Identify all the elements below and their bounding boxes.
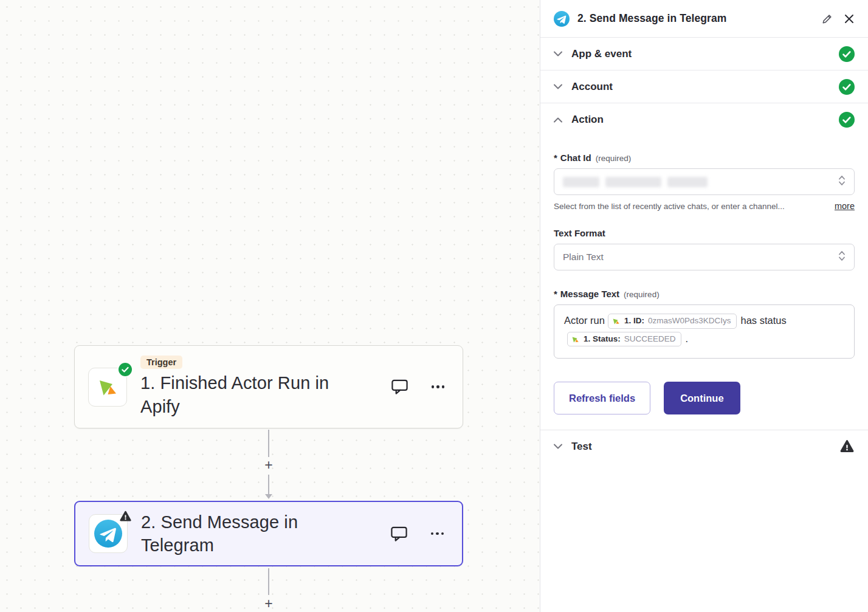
- comment-icon: [391, 379, 408, 395]
- add-step-button[interactable]: +: [260, 595, 277, 612]
- note-button[interactable]: [391, 379, 408, 395]
- trigger-node-apify[interactable]: Trigger 1. Finished Actor Run in Apify: [74, 345, 463, 428]
- message-text-segment: Actor run: [564, 315, 605, 326]
- panel-title: 2. Send Message in Telegram: [577, 12, 727, 25]
- telegram-icon: [94, 520, 122, 548]
- section-test[interactable]: Test: [540, 430, 868, 462]
- zapier-editor: Trigger 1. Finished Actor Run in Apify +: [0, 0, 868, 612]
- apify-icon: [611, 317, 621, 326]
- message-text-segment: .: [686, 333, 689, 344]
- connector-line: [268, 430, 269, 457]
- apify-app-tile: [88, 368, 127, 407]
- ellipsis-icon: [432, 385, 445, 388]
- action-node-telegram[interactable]: 2. Send Message in Telegram: [74, 501, 463, 566]
- chevron-up-icon: [554, 117, 563, 123]
- pencil-icon: [822, 13, 833, 24]
- close-icon: [844, 13, 855, 24]
- success-badge: [119, 363, 132, 376]
- edit-title-button[interactable]: [822, 13, 833, 24]
- message-text-field[interactable]: Actor run1. ID:0zmasW0Pds3KDCIyshas stat…: [554, 304, 855, 359]
- required-note: (required): [596, 154, 632, 163]
- required-star: *: [554, 153, 557, 163]
- telegram-icon: [554, 11, 570, 27]
- section-action[interactable]: Action: [540, 103, 868, 136]
- select-stepper-icon: [838, 250, 846, 264]
- telegram-app-tile: [89, 514, 128, 553]
- close-panel-button[interactable]: [844, 13, 855, 24]
- chat-id-label: *Chat Id(required): [554, 153, 855, 163]
- ellipsis-icon: [431, 532, 444, 535]
- chat-id-helper-row: Select from the list of recently active …: [554, 201, 855, 211]
- chat-id-helper: Select from the list of recently active …: [554, 202, 785, 211]
- node-text: Trigger 1. Finished Actor Run in Apify: [140, 356, 391, 418]
- panel-header: 2. Send Message in Telegram: [540, 0, 868, 38]
- section-app-event[interactable]: App & event: [540, 38, 868, 70]
- text-format-select[interactable]: Plain Text: [554, 244, 855, 270]
- node-actions: [391, 379, 450, 395]
- connector-arrow: [265, 494, 272, 499]
- trigger-badge: Trigger: [140, 356, 182, 369]
- field-token-run-id[interactable]: 1. ID:0zmasW0Pds3KDCIys: [608, 314, 737, 328]
- select-stepper-icon: [838, 174, 846, 189]
- add-step-button[interactable]: +: [260, 456, 277, 473]
- chevron-down-icon: [554, 444, 563, 449]
- comment-icon: [390, 526, 408, 542]
- section-label: Test: [571, 441, 592, 453]
- required-star: *: [554, 289, 557, 299]
- text-format-value: Plain Text: [563, 252, 604, 263]
- form-buttons: Refresh fields Continue: [554, 382, 855, 414]
- apify-icon: [95, 375, 120, 399]
- action-form: *Chat Id(required) Select from the list …: [540, 136, 868, 414]
- success-status-icon: [839, 79, 855, 95]
- node-text: 2. Send Message in Telegram: [141, 511, 390, 557]
- chevron-down-icon: [554, 51, 563, 57]
- more-options-button[interactable]: [431, 532, 444, 535]
- success-status-icon: [839, 46, 855, 62]
- message-text-label: *Message Text(required): [554, 289, 855, 299]
- success-status-icon: [839, 112, 855, 128]
- section-account[interactable]: Account: [540, 70, 868, 103]
- node-title: 1. Finished Actor Run in Apify: [140, 371, 356, 418]
- more-link[interactable]: more: [835, 201, 855, 211]
- text-format-label: Text Format: [554, 228, 855, 238]
- redacted-chat-value: [563, 177, 708, 187]
- refresh-fields-button[interactable]: Refresh fields: [554, 382, 650, 414]
- warning-status-icon: [839, 439, 855, 454]
- more-options-button[interactable]: [432, 385, 445, 388]
- message-text-segment: has status: [741, 315, 787, 326]
- continue-button[interactable]: Continue: [664, 382, 740, 414]
- workflow-canvas[interactable]: Trigger 1. Finished Actor Run in Apify +: [0, 0, 540, 612]
- node-title: 2. Send Message in Telegram: [141, 511, 326, 557]
- warning-badge: [119, 510, 132, 523]
- step-config-panel: 2. Send Message in Telegram App & event: [540, 0, 868, 612]
- node-actions: [390, 526, 449, 542]
- field-token-run-status[interactable]: 1. Status:SUCCEEDED: [567, 332, 681, 346]
- section-label: Account: [571, 81, 613, 93]
- section-label: App & event: [571, 48, 632, 60]
- note-button[interactable]: [390, 526, 408, 542]
- chat-id-select[interactable]: [554, 168, 855, 195]
- section-label: Action: [571, 114, 604, 126]
- connector-line: [268, 475, 269, 494]
- connector-line: [268, 568, 269, 595]
- chevron-down-icon: [554, 84, 563, 89]
- apify-icon: [571, 335, 580, 344]
- required-note: (required): [624, 290, 660, 299]
